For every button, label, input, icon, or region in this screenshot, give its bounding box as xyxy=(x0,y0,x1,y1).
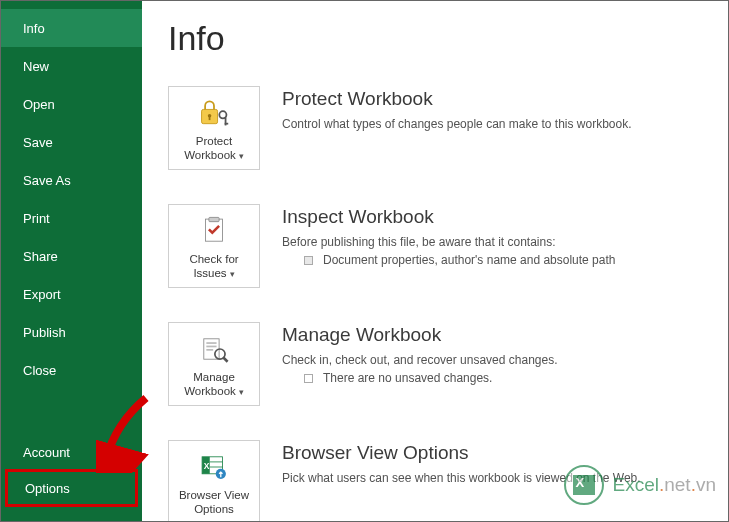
tile-label-text: Protect Workbook xyxy=(184,135,236,161)
section-desc: Control what types of changes people can… xyxy=(282,116,632,133)
svg-rect-2 xyxy=(209,116,211,120)
sidebar-item-share[interactable]: Share xyxy=(1,237,142,275)
section-text: Protect Workbook Control what types of c… xyxy=(282,86,632,133)
page-title: Info xyxy=(168,19,728,58)
svg-rect-10 xyxy=(206,345,216,347)
tile-label: Manage Workbook▾ xyxy=(173,370,255,399)
sidebar-item-info[interactable]: Info xyxy=(1,9,142,47)
section-text: Manage Workbook Check in, check out, and… xyxy=(282,322,558,385)
tile-label-text: Manage Workbook xyxy=(184,371,236,397)
main-content: Info Protect Workbook▾ xyxy=(142,1,728,521)
square-bullet-icon xyxy=(304,256,313,265)
tile-label: Protect Workbook▾ xyxy=(173,134,255,163)
sidebar-label: Print xyxy=(23,211,50,226)
sidebar-label: New xyxy=(23,59,49,74)
browser-view-icon: X xyxy=(196,450,232,484)
svg-rect-9 xyxy=(206,342,216,344)
section-manage: Manage Workbook▾ Manage Workbook Check i… xyxy=(168,322,728,406)
svg-point-3 xyxy=(219,111,226,118)
tile-browser-view-options[interactable]: X Browser View Options xyxy=(168,440,260,521)
section-desc: Before publishing this file, be aware th… xyxy=(282,234,615,251)
section-desc: Check in, check out, and recover unsaved… xyxy=(282,352,558,369)
sidebar-label: Share xyxy=(23,249,58,264)
tile-protect-workbook[interactable]: Protect Workbook▾ xyxy=(168,86,260,170)
sidebar-label: Save As xyxy=(23,173,71,188)
section-inspect: Check for Issues▾ Inspect Workbook Befor… xyxy=(168,204,728,288)
svg-rect-7 xyxy=(209,217,219,221)
app-root: Info New Open Save Save As Print Share E… xyxy=(1,1,728,521)
manage-doc-icon xyxy=(196,332,232,366)
sidebar-item-close[interactable]: Close xyxy=(1,351,142,389)
sidebar-item-open[interactable]: Open xyxy=(1,85,142,123)
sidebar-label: Publish xyxy=(23,325,66,340)
lock-key-icon xyxy=(196,96,232,130)
sidebar-label: Account xyxy=(23,445,70,460)
watermark: Excel.net.vn xyxy=(564,465,716,505)
sidebar-label: Close xyxy=(23,363,56,378)
sidebar-item-publish[interactable]: Publish xyxy=(1,313,142,351)
sidebar-label: Save xyxy=(23,135,53,150)
svg-text:X: X xyxy=(204,460,210,470)
tile-label: Browser View Options xyxy=(173,488,255,517)
sidebar-item-new[interactable]: New xyxy=(1,47,142,85)
chevron-down-icon: ▾ xyxy=(239,387,244,397)
wm-net: net xyxy=(664,474,690,495)
subline: Document properties, author's name and a… xyxy=(282,253,615,267)
section-protect: Protect Workbook▾ Protect Workbook Contr… xyxy=(168,86,728,170)
check-doc-icon xyxy=(196,214,232,248)
tile-manage-workbook[interactable]: Manage Workbook▾ xyxy=(168,322,260,406)
section-title: Inspect Workbook xyxy=(282,206,615,228)
sidebar-label: Export xyxy=(23,287,61,302)
subline-text: Document properties, author's name and a… xyxy=(323,253,615,267)
sidebar-item-export[interactable]: Export xyxy=(1,275,142,313)
section-title: Protect Workbook xyxy=(282,88,632,110)
section-title: Manage Workbook xyxy=(282,324,558,346)
sidebar-item-options[interactable]: Options xyxy=(5,469,138,507)
tile-label-text: Browser View Options xyxy=(179,489,249,515)
sidebar-item-account[interactable]: Account xyxy=(1,433,142,471)
svg-rect-5 xyxy=(225,122,229,124)
sidebar-item-save[interactable]: Save xyxy=(1,123,142,161)
section-text: Inspect Workbook Before publishing this … xyxy=(282,204,615,267)
sidebar-spacer xyxy=(1,389,142,433)
subline: There are no unsaved changes. xyxy=(282,371,558,385)
svg-line-13 xyxy=(223,357,227,361)
backstage-sidebar: Info New Open Save Save As Print Share E… xyxy=(1,1,142,521)
tile-label: Check for Issues▾ xyxy=(173,252,255,281)
sidebar-label: Info xyxy=(23,21,45,36)
svg-rect-11 xyxy=(206,349,213,351)
sidebar-label: Open xyxy=(23,97,55,112)
wm-main: Excel xyxy=(612,474,658,495)
wm-tld: vn xyxy=(696,474,716,495)
doc-outline-icon xyxy=(304,374,313,383)
watermark-text: Excel.net.vn xyxy=(612,474,716,496)
sidebar-label: Options xyxy=(25,481,70,496)
sidebar-item-save-as[interactable]: Save As xyxy=(1,161,142,199)
subline-text: There are no unsaved changes. xyxy=(323,371,492,385)
chevron-down-icon: ▾ xyxy=(239,151,244,161)
watermark-logo-icon xyxy=(564,465,604,505)
sidebar-bottom-pad xyxy=(1,507,142,521)
chevron-down-icon: ▾ xyxy=(230,269,235,279)
tile-check-for-issues[interactable]: Check for Issues▾ xyxy=(168,204,260,288)
sidebar-item-print[interactable]: Print xyxy=(1,199,142,237)
section-title: Browser View Options xyxy=(282,442,641,464)
